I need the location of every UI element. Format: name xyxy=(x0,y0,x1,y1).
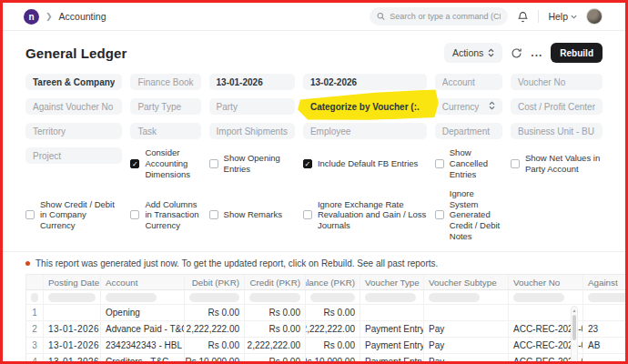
checkbox-unchecked-icon[interactable] xyxy=(209,210,218,219)
column-filter-input[interactable] xyxy=(48,293,96,302)
column-header-debit-pkr[interactable]: Debit (PKR) xyxy=(185,275,245,290)
checkbox-unchecked-icon[interactable] xyxy=(130,210,139,219)
checkbox-ignore-system-generated-credit[interactable]: Ignore System Generated Credit / Debit N… xyxy=(435,188,502,242)
rebuild-button[interactable]: Rebuild xyxy=(551,43,603,63)
cell-rownum: 3 xyxy=(26,338,44,354)
filter-field-tareen-company[interactable]: Tareen & Company xyxy=(25,74,122,90)
checkbox-show-remarks[interactable]: Show Remarks xyxy=(209,188,295,242)
table-vertical-scrollbar[interactable]: ▲ xyxy=(571,306,578,364)
filter-field-currency[interactable]: Currency xyxy=(435,98,502,115)
checkbox-unchecked-icon[interactable] xyxy=(435,210,444,219)
cell-posting-date: 13-01-2026 xyxy=(44,321,101,338)
notifications-button[interactable] xyxy=(517,11,529,23)
cell-credit-pkr: Rs 0.00 xyxy=(245,354,306,364)
filter-field-party[interactable]: Party xyxy=(209,98,295,115)
filter-field-13-01-2026[interactable]: 13-01-2026 xyxy=(209,74,295,90)
filter-field-party-type[interactable]: Party Type xyxy=(130,98,200,115)
top-navbar: n ❯ Accounting Help xyxy=(0,3,628,31)
cell-balance-pkr: Rs 2,222,222.00 xyxy=(306,321,360,338)
actions-button[interactable]: Actions xyxy=(444,43,502,63)
chevron-down-icon xyxy=(571,15,577,19)
filter-field-against-voucher-no[interactable]: Against Voucher No xyxy=(25,98,122,115)
app-logo[interactable]: n xyxy=(24,9,39,25)
filter-text: Categorize by Voucher (:. xyxy=(310,102,420,112)
column-header-against[interactable]: Against xyxy=(583,275,628,290)
scroll-up-arrow-icon[interactable]: ▲ xyxy=(572,307,577,314)
checkbox-show-cancelled-entries[interactable]: Show Cancelled Entries xyxy=(435,147,502,180)
filter-field-department[interactable]: Department xyxy=(435,123,502,139)
filter-field-voucher-no[interactable]: Voucher No xyxy=(511,74,603,90)
ellipsis-icon: ... xyxy=(531,46,542,59)
table-row[interactable]: 1OpeningRs 0.00Rs 0.00Rs 0.00 xyxy=(26,305,628,321)
chevron-up-down-icon xyxy=(488,48,494,57)
column-header-voucher-no[interactable]: Voucher No xyxy=(509,275,583,290)
checkbox-unchecked-icon[interactable] xyxy=(209,159,218,168)
checkbox-unchecked-icon[interactable] xyxy=(435,159,444,168)
report-table: Posting DateAccountDebit (PKR)Credit (PK… xyxy=(25,274,628,364)
filter-field-13-02-2026[interactable]: 13-02-2026 xyxy=(303,74,427,90)
checkbox-consider-accounting-dimensions[interactable]: ✓Consider Accounting Dimensions xyxy=(130,147,200,180)
column-filter-input[interactable] xyxy=(365,293,416,302)
column-filter-input[interactable] xyxy=(588,293,628,302)
checkbox-show-credit-debit-in-company-c[interactable]: Show Credit / Debit in Company Currency xyxy=(25,188,122,242)
table-row[interactable]: 213-01-2026Advance Paid - T&CRs 2,222,22… xyxy=(26,321,628,338)
column-filter-input[interactable] xyxy=(429,293,480,302)
filter-field-business-unit-bu[interactable]: Business Unit - BU xyxy=(511,123,603,139)
checkbox-add-columns-in-transaction-cur[interactable]: Add Columns in Transaction Currency xyxy=(130,188,200,242)
column-header-balance-pkr[interactable]: Balance (PKR) xyxy=(306,275,360,290)
filter-field-employee[interactable]: Employee xyxy=(303,123,427,139)
checkbox-include-default-fb-entries[interactable]: ✓Include Default FB Entries xyxy=(303,147,427,180)
bell-icon xyxy=(517,11,529,23)
filter-text: 13-02-2026 xyxy=(310,77,420,87)
column-header-voucher-subtype[interactable]: Voucher Subtype xyxy=(424,275,509,290)
checkbox-label: Show Remarks xyxy=(224,209,282,220)
filter-field-territory[interactable]: Territory xyxy=(25,123,122,139)
column-filter-cell xyxy=(424,290,509,305)
column-header-rownum[interactable] xyxy=(26,275,44,290)
column-filter-input[interactable] xyxy=(513,293,564,302)
filter-field-import-shipments[interactable]: Import Shipments xyxy=(209,123,295,139)
column-filter-input[interactable] xyxy=(31,293,38,302)
checkbox-ignore-exchange-rate-revaluati[interactable]: Ignore Exchange Rate Revaluation and Gai… xyxy=(303,188,427,242)
help-menu[interactable]: Help xyxy=(548,11,577,22)
global-search[interactable] xyxy=(370,7,508,25)
filter-field-account[interactable]: Account xyxy=(435,74,502,90)
column-filter-input[interactable] xyxy=(310,293,355,302)
checkbox-show-opening-entries[interactable]: Show Opening Entries xyxy=(209,147,295,180)
column-filter-cell xyxy=(44,290,101,305)
cell-rownum: 4 xyxy=(26,354,44,364)
checkbox-show-net-values-in-party-accou[interactable]: Show Net Values in Party Account xyxy=(511,147,603,180)
column-header-credit-pkr[interactable]: Credit (PKR) xyxy=(245,275,306,290)
cell-against: AB xyxy=(583,338,628,354)
filter-field-cost-profit-center[interactable]: Cost / Profit Center xyxy=(511,98,603,115)
breadcrumb[interactable]: Accounting xyxy=(59,11,106,22)
filter-field-finance-book[interactable]: Finance Book xyxy=(130,74,200,90)
notice-text[interactable]: This report was generated just now. To g… xyxy=(35,258,438,268)
column-header-account[interactable]: Account xyxy=(101,275,185,290)
column-header-posting-date[interactable]: Posting Date xyxy=(44,275,101,290)
filter-field-project[interactable]: Project xyxy=(25,147,122,164)
refresh-button[interactable] xyxy=(511,47,522,59)
user-avatar[interactable] xyxy=(586,8,603,25)
empty-cell xyxy=(511,188,603,242)
filter-field-categorize-by-voucher[interactable]: Categorize by Voucher (:. xyxy=(303,98,427,115)
column-header-voucher-type[interactable]: Voucher Type xyxy=(360,275,424,290)
cell-posting-date xyxy=(44,305,101,321)
filter-field-task[interactable]: Task xyxy=(130,123,200,139)
filter-text: Voucher No xyxy=(518,77,595,87)
checkbox-unchecked-icon[interactable] xyxy=(511,159,520,168)
search-input[interactable] xyxy=(390,12,501,21)
checkbox-unchecked-icon[interactable] xyxy=(25,210,35,219)
cell-debit-pkr: Rs 0.00 xyxy=(185,305,245,321)
checkbox-checked-icon[interactable]: ✓ xyxy=(130,159,139,168)
checkbox-checked-icon[interactable]: ✓ xyxy=(303,159,312,168)
checkbox-unchecked-icon[interactable] xyxy=(303,210,312,219)
table-row[interactable]: 413-01-2026Creditors - T&CRs 10,000.00Rs… xyxy=(26,354,628,364)
more-options-button[interactable]: ... xyxy=(531,46,542,59)
table-row[interactable]: 313-01-20262342342343 - HBL - ...Rs 0.00… xyxy=(26,338,628,354)
column-filter-input[interactable] xyxy=(249,293,300,302)
scrollbar-thumb[interactable] xyxy=(572,315,576,340)
column-filter-input[interactable] xyxy=(189,293,239,302)
cell-posting-date: 13-01-2026 xyxy=(44,354,101,364)
column-filter-input[interactable] xyxy=(106,293,157,302)
